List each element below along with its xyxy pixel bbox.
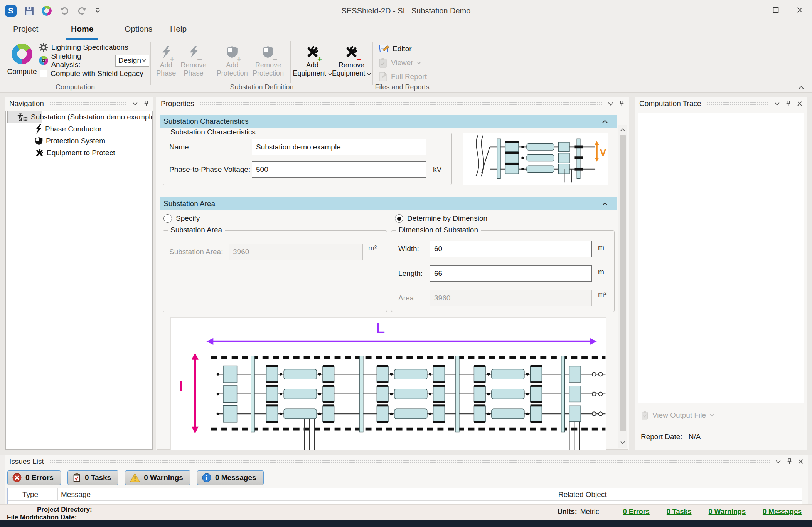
undo-icon[interactable]: [59, 6, 69, 15]
units-indicator: Units: Metric: [558, 508, 599, 516]
navigation-panel: Navigation Substation (Substation demo e…: [5, 97, 153, 450]
pin-icon[interactable]: [144, 101, 149, 107]
scroll-down-icon[interactable]: [620, 441, 625, 445]
shielding-analysis-label: Shielding Analysis:: [51, 52, 110, 69]
chevron-down-icon: [710, 414, 714, 417]
tree-item-protection-system[interactable]: Protection System: [6, 135, 152, 147]
panel-drag-texture[interactable]: [200, 102, 603, 106]
computation-trace-panel: Computation Trace View Output File Repor…: [635, 97, 807, 450]
tab-options[interactable]: Options: [125, 24, 152, 34]
section-substation-area[interactable]: Substation Area: [160, 197, 617, 210]
specify-radio[interactable]: Specify: [163, 214, 200, 223]
chevron-down-icon[interactable]: [608, 102, 613, 106]
add-protection-button[interactable]: + AddProtection: [216, 40, 249, 83]
navigation-title: Navigation: [9, 99, 44, 108]
compute-label: Compute: [7, 67, 37, 76]
warnings-link[interactable]: 0 Warnings: [709, 508, 746, 516]
tree-item-equipment-to-protect[interactable]: Equipment to Protect: [6, 147, 152, 159]
tab-project[interactable]: Project: [13, 24, 38, 34]
tasks-link[interactable]: 0 Tasks: [667, 508, 692, 516]
menu-bar: Project Home Options Help: [0, 21, 812, 40]
window-controls: [740, 0, 812, 20]
voltage-input[interactable]: [252, 161, 426, 178]
tree-item-phase-conductor[interactable]: Phase Conductor: [6, 123, 152, 135]
messages-link[interactable]: 0 Messages: [763, 508, 802, 516]
characteristics-group-title: Substation Characteristics: [168, 128, 258, 136]
messages-filter-button[interactable]: 0 Messages: [197, 470, 264, 485]
dim-area-unit: m²: [598, 290, 606, 299]
compute-quick-icon[interactable]: [42, 6, 52, 16]
remove-equipment-button[interactable]: − RemoveEquipment: [331, 40, 372, 83]
chevron-down-icon[interactable]: [775, 102, 780, 106]
column-message[interactable]: Message: [58, 488, 555, 500]
tree-item-substation[interactable]: Substation (Substation demo example): [7, 111, 42, 123]
error-icon: [12, 473, 22, 482]
chevron-down-icon[interactable]: [776, 460, 781, 463]
customize-toolbar-icon[interactable]: [95, 8, 101, 14]
column-related-object[interactable]: Related Object: [555, 488, 802, 500]
voltage-unit: kV: [433, 165, 441, 174]
add-equipment-button[interactable]: + AddEquipment: [294, 40, 331, 83]
close-button[interactable]: [788, 0, 812, 20]
close-panel-icon[interactable]: [798, 459, 804, 464]
legacy-checkbox[interactable]: [40, 70, 47, 77]
close-panel-icon[interactable]: [797, 101, 802, 106]
determine-by-dimension-radio[interactable]: Determine by Dimension: [395, 214, 487, 223]
tab-help[interactable]: Help: [170, 24, 187, 34]
errors-filter-button[interactable]: 0 Errors: [7, 470, 61, 485]
specify-label: Specify: [176, 214, 200, 223]
collapse-section-icon[interactable]: [602, 202, 608, 206]
column-type[interactable]: Type: [19, 488, 58, 500]
ribbon-group-computation: Compute Lightning Specifications Shieldi…: [0, 40, 150, 93]
lightning-add-icon: +: [161, 43, 171, 61]
view-output-file-button[interactable]: View Output File: [641, 411, 714, 420]
save-icon[interactable]: [24, 6, 34, 16]
collapse-ribbon-icon[interactable]: [799, 86, 804, 89]
add-phase-button[interactable]: + AddPhase: [154, 40, 178, 83]
panel-drag-texture[interactable]: [49, 460, 770, 463]
shielding-analysis-select[interactable]: Design: [115, 55, 149, 67]
tab-home[interactable]: Home: [71, 24, 93, 34]
trace-output-area[interactable]: [638, 113, 804, 403]
minimize-button[interactable]: [740, 0, 764, 20]
properties-scrollbar[interactable]: [618, 125, 627, 448]
length-input[interactable]: [430, 265, 592, 282]
pin-icon[interactable]: [787, 458, 792, 465]
remove-protection-button[interactable]: − RemoveProtection: [249, 40, 287, 83]
compute-button[interactable]: Compute: [6, 41, 38, 82]
project-directory-label[interactable]: Project Directory:: [37, 506, 92, 514]
tasks-filter-button[interactable]: 0 Tasks: [67, 470, 118, 485]
full-report-button[interactable]: Full Report: [378, 70, 431, 83]
collapse-section-icon[interactable]: [602, 120, 608, 123]
viewer-button[interactable]: Viewer: [378, 57, 431, 69]
tree-item-label: Protection System: [46, 137, 105, 145]
redo-icon[interactable]: [77, 6, 87, 15]
panel-drag-texture[interactable]: [49, 102, 127, 106]
properties-content: Substation Characteristics Substation Ch…: [157, 111, 628, 450]
length-unit: m: [598, 268, 604, 276]
ribbon-group-substation-definition: + AddPhase − RemovePhase +: [152, 40, 372, 93]
application-window: S SESShield-2D - SL_Substation Demo Proj…: [0, 0, 812, 527]
taskbar-strip: [0, 520, 812, 527]
editor-button[interactable]: Editor: [378, 43, 431, 55]
quick-access-toolbar: S: [5, 5, 101, 17]
maximize-button[interactable]: [764, 0, 788, 20]
determine-label: Determine by Dimension: [407, 214, 487, 223]
status-bar-right: Units: Metric 0 Errors 0 Tasks 0 Warning…: [558, 508, 802, 516]
panel-drag-texture[interactable]: [707, 102, 769, 106]
output-file-icon: [641, 411, 649, 420]
group-label-computation: Computation: [0, 83, 150, 91]
section-substation-characteristics[interactable]: Substation Characteristics: [160, 115, 617, 128]
warnings-filter-button[interactable]: 0 Warnings: [125, 470, 190, 485]
scroll-up-icon[interactable]: [620, 128, 625, 132]
errors-link[interactable]: 0 Errors: [623, 508, 650, 516]
scrollbar-thumb[interactable]: [620, 135, 626, 431]
remove-phase-button[interactable]: − RemovePhase: [178, 40, 209, 83]
name-input[interactable]: [252, 139, 426, 155]
tasks-icon: [72, 473, 81, 482]
width-input[interactable]: [430, 241, 592, 257]
dimension-group-title: Dimension of Substation: [396, 226, 481, 234]
pin-icon[interactable]: [619, 101, 624, 107]
pin-icon[interactable]: [786, 101, 791, 107]
chevron-down-icon[interactable]: [133, 102, 138, 106]
